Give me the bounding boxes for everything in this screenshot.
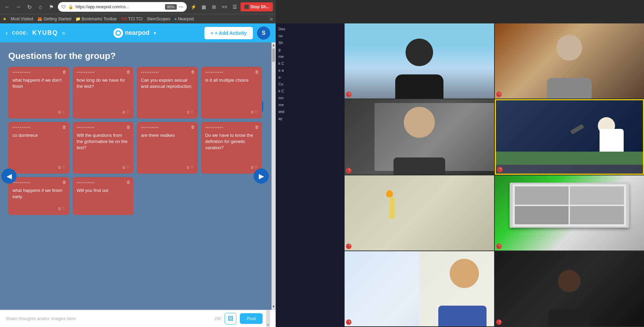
slide-scrollbar: ▲ ▼ <box>272 42 276 310</box>
bookmark-tci[interactable]: TCI TCI TCI <box>121 17 143 21</box>
user-avatar-button[interactable]: S <box>257 27 270 40</box>
card-2: 🗑 ********** how long do we have for the… <box>73 67 134 119</box>
reload-button[interactable]: ↻ <box>25 2 34 11</box>
card-text-4: is it all multiple choice <box>205 77 258 107</box>
card-delete-7[interactable]: 🗑 <box>191 125 195 130</box>
heart-icon-9[interactable]: ♡ <box>62 206 65 211</box>
bookmark-nearpod[interactable]: ● Nearpod <box>174 17 194 21</box>
card-dots-9: ********** <box>12 181 65 185</box>
scroll-up-button[interactable]: ▲ <box>272 43 275 47</box>
card-delete-3[interactable]: 🗑 <box>191 70 195 74</box>
card-7: 🗑 ********** are there reatkes 0 ♡ <box>137 122 198 174</box>
tci-icon: TCI <box>121 17 127 21</box>
card-likes-5: 0 ♡ <box>58 165 65 170</box>
scroll-down-button[interactable]: ▼ <box>272 305 275 308</box>
sidebar-item-ea: e a <box>278 68 342 73</box>
sidebar-button[interactable]: ▦ <box>199 2 208 11</box>
add-activity-button[interactable]: + + Add Activity <box>204 27 253 39</box>
heart-icon-4[interactable]: ♡ <box>254 110 258 114</box>
card-likes-4: 0 ♡ <box>251 110 258 114</box>
nearpod-dropdown-button[interactable]: ▾ <box>154 30 156 36</box>
heart-icon-7[interactable]: ♡ <box>190 165 194 170</box>
heart-icon-8[interactable]: ♡ <box>254 165 258 170</box>
card-dots-1: ********** <box>12 71 65 75</box>
mic-off-icon-7: 🎤 <box>346 319 351 325</box>
bookmark-stemscopes[interactable]: StemScopes <box>147 17 170 21</box>
bookmark-most-visited[interactable]: Most Visited <box>11 17 33 21</box>
mic-off-icon-8: 🎤 <box>496 319 502 325</box>
card-text-3: Can you explain sexual and asexual repro… <box>141 77 194 107</box>
sidebar-item-no: no <box>278 33 342 39</box>
video-cell-8: 🎤 <box>495 251 644 326</box>
prev-slide-button[interactable]: ◀ <box>1 168 17 184</box>
overflow-button[interactable]: >> <box>220 2 229 11</box>
card-delete-6[interactable]: 🗑 <box>126 125 131 130</box>
home-button[interactable]: ⌂ <box>36 2 45 11</box>
card-likes-1: 0 ♡ <box>58 110 65 114</box>
scroll-down-arrow[interactable]: ▼ <box>267 323 270 327</box>
card-likes-9: 0 ♡ <box>58 206 65 211</box>
bottom-bar: Share thoughts and/or images here 250 🖼 … <box>0 310 276 327</box>
heart-icon-5[interactable]: ♡ <box>62 165 65 170</box>
card-text-8: Do we have to know the definition for ge… <box>205 132 258 162</box>
sidebar-item-mn: mn <box>278 95 342 101</box>
bookmark-getting-started[interactable]: 🦊 Getting Started <box>37 17 71 21</box>
card-delete-8[interactable]: 🗑 <box>255 125 259 130</box>
card-dots-8: ********** <box>205 126 258 130</box>
share-link-icon[interactable]: ⎋ <box>62 30 65 36</box>
mic-off-icon-5: 🎤 <box>346 244 351 249</box>
back-button[interactable]: ← <box>3 2 12 11</box>
card-likes-2: 0 ♡ <box>123 110 129 114</box>
more-bookmarks-icon[interactable]: » <box>270 16 273 22</box>
card-likes-6: 0 ♡ <box>123 165 129 170</box>
lock-icon: 🔒 <box>68 4 73 9</box>
card-3: 🗑 ********** Can you explain sexual and … <box>137 67 198 119</box>
extensions-button[interactable]: ⚡ <box>189 2 198 11</box>
card-delete-5[interactable]: 🗑 <box>62 125 67 130</box>
mic-off-icon-6: 🎤 <box>496 244 502 249</box>
next-slide-button[interactable]: ▶ <box>254 168 269 184</box>
address-bar[interactable]: 🛡 🔒 https://app.nearpod.com/co... 80% ••… <box>58 2 187 12</box>
image-upload-button[interactable]: 🖼 <box>225 313 236 325</box>
forward-button[interactable]: → <box>14 2 23 11</box>
char-count: 250 <box>214 316 221 321</box>
plus-icon: + <box>211 30 213 36</box>
card-text-7: are there reatkes <box>141 132 194 162</box>
card-delete-9[interactable]: 🗑 <box>62 180 67 185</box>
card-dots-7: ********** <box>141 126 194 130</box>
heart-icon-1[interactable]: ♡ <box>62 110 65 114</box>
sidebar-item-ay: ay <box>278 116 342 121</box>
heart-icon-3[interactable]: ♡ <box>190 110 194 114</box>
nearpod-bookmark-icon: ● <box>174 17 177 21</box>
scroll-thumb[interactable] <box>272 48 275 62</box>
bookmark-button[interactable]: ⚑ <box>47 2 56 11</box>
card-delete-1[interactable]: 🗑 <box>62 70 67 74</box>
card-dots-6: ********** <box>77 126 130 130</box>
bookmark-bookmarks-toolbar[interactable]: 📁 Bookmarks Toolbar <box>75 17 117 21</box>
card-delete-2[interactable]: 🗑 <box>126 70 131 74</box>
stop-share-button[interactable]: ⬛ Stop Sh... <box>241 2 273 11</box>
sidebar-item-sh: Sh <box>278 40 342 45</box>
menu-button[interactable]: ☰ <box>230 2 239 11</box>
card-delete-10[interactable]: 🗑 <box>126 180 131 185</box>
video-cell-3: 🎤 <box>345 99 494 174</box>
image-icon: 🖼 <box>228 316 233 322</box>
card-likes-7: 0 ♡ <box>187 165 193 170</box>
video-cell-2: 🎤 <box>495 23 644 99</box>
card-text-1: what happens if we don't finish <box>12 77 65 107</box>
sidebar-item-me2: me <box>278 102 342 108</box>
zoom-button[interactable]: 80% <box>165 4 177 10</box>
card-8: 🗑 ********** Do we have to know the defi… <box>201 122 262 174</box>
card-dots-10: ********** <box>77 181 130 185</box>
heart-icon-2[interactable]: ♡ <box>126 110 129 114</box>
security-icon: 🛡 <box>61 4 66 10</box>
card-5: 🗑 ********** co dominece 0 ♡ <box>8 122 69 174</box>
nav-back-button[interactable]: ‹ <box>6 29 8 37</box>
slide-title: Questions for the group? <box>8 51 267 61</box>
tab-button[interactable]: ⊞ <box>209 2 218 11</box>
post-button[interactable]: Post <box>240 313 263 324</box>
card-text-5: co dominece <box>12 132 65 162</box>
card-delete-4[interactable]: 🗑 <box>255 70 259 74</box>
more-button[interactable]: ••• <box>179 4 184 10</box>
heart-icon-6[interactable]: ♡ <box>126 165 129 170</box>
